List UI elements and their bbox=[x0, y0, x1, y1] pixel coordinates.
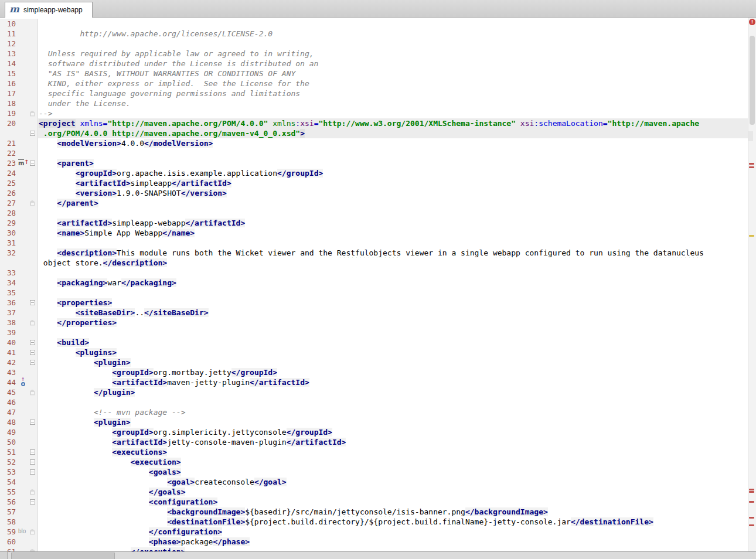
code-text[interactable] bbox=[38, 238, 748, 248]
code-line[interactable]: 58 <destinationFile>${project.build.dire… bbox=[0, 517, 748, 527]
code-line[interactable]: 36 <properties> bbox=[0, 298, 748, 308]
code-text[interactable]: <destinationFile>${project.build.directo… bbox=[38, 517, 748, 527]
error-stripe-mark[interactable] bbox=[749, 163, 754, 165]
code-line[interactable]: 11 http://www.apache.org/licenses/LICENS… bbox=[0, 29, 748, 39]
bottom-partial-tab[interactable] bbox=[11, 553, 115, 559]
code-line[interactable]: 24 <groupId>org.apache.isis.example.appl… bbox=[0, 168, 748, 178]
code-line[interactable]: 27 </parent> bbox=[0, 198, 748, 208]
fold-start-marker[interactable] bbox=[30, 420, 35, 425]
code-line[interactable]: 31 bbox=[0, 238, 748, 248]
code-text[interactable]: <plugin> bbox=[38, 417, 748, 427]
code-line[interactable]: 48 <plugin> bbox=[0, 417, 748, 427]
code-line[interactable]: 18 under the License. bbox=[0, 98, 748, 108]
fold-start-marker[interactable] bbox=[30, 300, 35, 305]
code-text[interactable] bbox=[38, 148, 748, 158]
fold-start-marker[interactable] bbox=[30, 469, 35, 475]
code-line[interactable]: 13 Unless required by applicable law or … bbox=[0, 49, 748, 59]
fold-start-marker[interactable] bbox=[30, 449, 35, 455]
code-text[interactable]: <backgroundImage>${basedir}/src/main/jet… bbox=[38, 507, 748, 517]
fold-end-marker[interactable] bbox=[30, 390, 35, 396]
code-line[interactable]: 28 bbox=[0, 208, 748, 218]
code-line[interactable]: 16 KIND, either express or implied. See … bbox=[0, 79, 748, 88]
code-line[interactable]: 33 bbox=[0, 268, 748, 278]
editor-pane[interactable]: 1011 http://www.apache.org/licenses/LICE… bbox=[0, 18, 748, 559]
code-line[interactable]: 45 </plugin> bbox=[0, 387, 748, 397]
code-line[interactable]: 32 <description>This module runs both th… bbox=[0, 248, 748, 258]
error-stripe-mark[interactable] bbox=[749, 166, 754, 168]
code-line[interactable]: 53 <goals> bbox=[0, 467, 748, 477]
scrollbar-thumb[interactable] bbox=[750, 36, 755, 125]
code-line[interactable]: 52 <execution> bbox=[0, 457, 748, 467]
error-stripe-mark[interactable] bbox=[749, 501, 754, 503]
code-line[interactable]: 12 bbox=[0, 39, 748, 49]
error-indicator-icon[interactable]: ! bbox=[749, 19, 755, 25]
code-line[interactable]: 59blo </configuration> bbox=[0, 527, 748, 537]
code-text[interactable]: <configuration> bbox=[38, 497, 748, 507]
fold-start-marker[interactable] bbox=[30, 161, 35, 166]
code-text[interactable]: <artifactId>jetty-console-maven-plugin</… bbox=[38, 437, 748, 447]
code-text[interactable]: </plugin> bbox=[38, 387, 748, 397]
code-text[interactable]: <version>1.9.0-SNAPSHOT</version> bbox=[38, 188, 748, 198]
code-text[interactable]: under the License. bbox=[38, 98, 748, 108]
code-line[interactable]: 38 </properties> bbox=[0, 318, 748, 328]
code-line[interactable]: 57 <backgroundImage>${basedir}/src/main/… bbox=[0, 507, 748, 517]
code-line[interactable]: 17 specific language governing permissio… bbox=[0, 88, 748, 98]
code-line[interactable]: 44↑ <artifactId>maven-jetty-plugin</arti… bbox=[0, 377, 748, 387]
code-line[interactable]: 49 <groupId>org.simplericity.jettyconsol… bbox=[0, 427, 748, 437]
code-line[interactable]: 39 bbox=[0, 328, 748, 338]
code-text[interactable]: </configuration> bbox=[38, 527, 748, 537]
code-text[interactable]: <plugin> bbox=[38, 357, 748, 367]
code-line[interactable]: 10 bbox=[0, 19, 748, 29]
code-line[interactable]: 30 <name>Simple App Webapp</name> bbox=[0, 228, 748, 238]
code-text[interactable]: </properties> bbox=[38, 318, 748, 328]
code-text[interactable]: "AS IS" BASIS, WITHOUT WARRANTIES OR CON… bbox=[38, 69, 748, 79]
code-text[interactable]: </goals> bbox=[38, 487, 748, 497]
code-text[interactable]: <executions> bbox=[38, 447, 748, 457]
code-text[interactable] bbox=[38, 208, 748, 218]
code-line[interactable]: 15 "AS IS" BASIS, WITHOUT WARRANTIES OR … bbox=[0, 69, 748, 79]
code-line[interactable]: object store.</description> bbox=[0, 258, 748, 268]
fold-start-marker[interactable] bbox=[30, 350, 35, 355]
code-text[interactable]: <parent> bbox=[38, 158, 748, 168]
code-text[interactable]: KIND, either express or implied. See the… bbox=[38, 79, 748, 88]
fold-start-marker[interactable] bbox=[30, 340, 35, 345]
code-text[interactable] bbox=[38, 328, 748, 338]
code-text[interactable]: </parent> bbox=[38, 198, 748, 208]
code-text[interactable]: <project xmlns="http://maven.apache.org/… bbox=[38, 118, 748, 128]
code-line[interactable]: 41 <plugins> bbox=[0, 347, 748, 357]
error-stripe-mark[interactable] bbox=[749, 524, 754, 526]
code-line[interactable]: 51 <executions> bbox=[0, 447, 748, 457]
code-text[interactable] bbox=[38, 268, 748, 278]
fold-start-marker[interactable] bbox=[30, 459, 35, 465]
fold-end-marker[interactable] bbox=[30, 320, 35, 326]
code-line[interactable]: 47 <!-- mvn package --> bbox=[0, 407, 748, 417]
code-text[interactable] bbox=[38, 288, 748, 298]
code-text[interactable]: <siteBaseDir>..</siteBaseDir> bbox=[38, 308, 748, 318]
code-line[interactable]: 19--> bbox=[0, 108, 748, 118]
fold-start-marker[interactable] bbox=[30, 131, 35, 136]
code-line[interactable]: 46 bbox=[0, 397, 748, 407]
code-text[interactable]: <execution> bbox=[38, 457, 748, 467]
code-text[interactable]: <packaging>war</packaging> bbox=[38, 278, 748, 288]
code-line[interactable]: 25 <artifactId>simpleapp</artifactId> bbox=[0, 178, 748, 188]
fold-end-marker[interactable] bbox=[30, 529, 35, 535]
error-stripe-mark[interactable] bbox=[749, 489, 754, 490]
code-line[interactable]: 54 <goal>createconsole</goal> bbox=[0, 477, 748, 487]
code-line[interactable]: 35 bbox=[0, 288, 748, 298]
code-text[interactable]: .org/POM/4.0.0 http://maven.apache.org/m… bbox=[38, 128, 748, 138]
code-line[interactable]: 23m↑ <parent> bbox=[0, 158, 748, 168]
code-line[interactable]: 56 <configuration> bbox=[0, 497, 748, 507]
error-stripe-mark[interactable] bbox=[749, 517, 754, 519]
code-line[interactable]: 26 <version>1.9.0-SNAPSHOT</version> bbox=[0, 188, 748, 198]
code-line[interactable]: 37 <siteBaseDir>..</siteBaseDir> bbox=[0, 308, 748, 318]
maven-parent-gutter-icon[interactable]: m↑ bbox=[18, 159, 29, 167]
error-stripe-mark[interactable] bbox=[749, 491, 754, 493]
code-text[interactable]: <modelVersion>4.0.0</modelVersion> bbox=[38, 138, 748, 148]
code-text[interactable]: <groupId>org.simplericity.jettyconsole</… bbox=[38, 427, 748, 437]
code-text[interactable]: <groupId>org.apache.isis.example.applica… bbox=[38, 168, 748, 178]
code-line[interactable]: 34 <packaging>war</packaging> bbox=[0, 278, 748, 288]
code-text[interactable] bbox=[38, 39, 748, 49]
code-text[interactable]: <artifactId>simpleapp-webapp</artifactId… bbox=[38, 218, 748, 228]
fold-end-marker[interactable] bbox=[30, 489, 35, 495]
code-text[interactable]: <name>Simple App Webapp</name> bbox=[38, 228, 748, 238]
